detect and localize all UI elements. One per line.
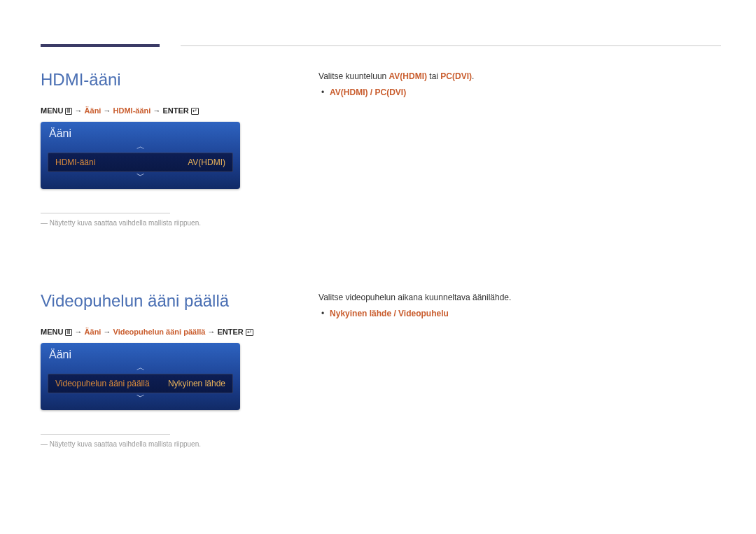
section1-description: Valitse kuunteluun AV(HDMI) tai PC(DVI). bbox=[318, 70, 721, 83]
section1-breadcrumb: MENU Ⅲ → Ääni → HDMI-ääni → ENTER ↵ bbox=[41, 106, 276, 115]
breadcrumb-arrow: → bbox=[103, 106, 111, 115]
section2-left-column: Videopuhelun ääni päällä MENU Ⅲ → Ääni →… bbox=[41, 291, 276, 448]
section-hdmi-audio: HDMI-ääni MENU Ⅲ → Ääni → HDMI-ääni → EN… bbox=[41, 70, 721, 227]
desc-suffix: . bbox=[472, 71, 474, 81]
osd-panel-2: Ääni ︿ Videopuhelun ääni päällä Nykyinen… bbox=[41, 343, 240, 410]
osd2-row-label: Videopuhelun ääni päällä bbox=[55, 379, 150, 388]
section1-left-column: HDMI-ääni MENU Ⅲ → Ääni → HDMI-ääni → EN… bbox=[41, 70, 276, 227]
chevron-down-icon[interactable]: ﹀ bbox=[48, 172, 233, 182]
breadcrumb-arrow: → bbox=[153, 106, 160, 115]
section1-right-column: Valitse kuunteluun AV(HDMI) tai PC(DVI).… bbox=[318, 70, 721, 227]
osd-panel-1: Ääni ︿ HDMI-ääni AV(HDMI) ﹀ bbox=[41, 122, 240, 189]
footnote-divider bbox=[41, 213, 170, 213]
enter-icon: ↵ bbox=[246, 329, 253, 336]
breadcrumb-menu: MENU bbox=[41, 106, 63, 115]
breadcrumb-enter: ENTER bbox=[218, 328, 244, 336]
bullet-options: Nykyinen lähde / Videopuhelu bbox=[330, 309, 449, 318]
desc-opt2: PC(DVI) bbox=[440, 71, 472, 81]
section2-description: Valitse videopuhelun aikana kuunneltava … bbox=[318, 291, 721, 304]
section2-title: Videopuhelun ääni päällä bbox=[41, 291, 276, 311]
osd1-row-label: HDMI-ääni bbox=[55, 157, 95, 167]
osd2-selected-row[interactable]: Videopuhelun ääni päällä Nykyinen lähde bbox=[48, 374, 233, 393]
desc-opt1: AV(HDMI) bbox=[389, 71, 427, 81]
osd2-row-value: Nykyinen lähde bbox=[168, 379, 225, 388]
header-divider bbox=[181, 45, 721, 46]
osd1-selected-row[interactable]: HDMI-ääni AV(HDMI) bbox=[48, 153, 233, 172]
section2-bullet: Nykyinen lähde / Videopuhelu bbox=[318, 309, 721, 318]
section1-title: HDMI-ääni bbox=[41, 70, 276, 90]
section2-breadcrumb: MENU Ⅲ → Ääni → Videopuhelun ääni päällä… bbox=[41, 328, 276, 336]
breadcrumb-arrow: → bbox=[75, 106, 83, 115]
desc-mid: tai bbox=[427, 71, 440, 81]
page-content: HDMI-ääni MENU Ⅲ → Ääni → HDMI-ääni → EN… bbox=[0, 0, 756, 476]
section-videocall-audio: Videopuhelun ääni päällä MENU Ⅲ → Ääni →… bbox=[41, 291, 721, 448]
breadcrumb-enter: ENTER bbox=[162, 106, 188, 115]
breadcrumb-menu: MENU bbox=[41, 328, 63, 336]
section2-footnote: ― Näytetty kuva saattaa vaihdella mallis… bbox=[41, 440, 276, 448]
breadcrumb-p2: HDMI-ääni bbox=[113, 106, 151, 115]
bullet-options: AV(HDMI) / PC(DVI) bbox=[330, 87, 406, 97]
desc-prefix: Valitse kuunteluun bbox=[318, 71, 389, 81]
section2-right-column: Valitse videopuhelun aikana kuunneltava … bbox=[318, 291, 721, 448]
chevron-down-icon[interactable]: ﹀ bbox=[48, 393, 233, 403]
section1-bullet: AV(HDMI) / PC(DVI) bbox=[318, 87, 721, 97]
enter-icon: ↵ bbox=[191, 108, 199, 115]
breadcrumb-arrow: → bbox=[207, 328, 215, 336]
section1-footnote: ― Näytetty kuva saattaa vaihdella mallis… bbox=[41, 219, 276, 227]
osd1-row-value: AV(HDMI) bbox=[188, 157, 225, 167]
menu-icon: Ⅲ bbox=[65, 329, 72, 336]
osd1-title: Ääni bbox=[48, 127, 233, 140]
breadcrumb-p1: Ääni bbox=[85, 106, 102, 115]
footnote-divider bbox=[41, 434, 170, 435]
breadcrumb-arrow: → bbox=[103, 328, 111, 336]
menu-icon: Ⅲ bbox=[65, 108, 72, 115]
breadcrumb-arrow: → bbox=[75, 328, 83, 336]
breadcrumb-p2: Videopuhelun ääni päällä bbox=[113, 328, 206, 336]
chevron-up-icon[interactable]: ︿ bbox=[48, 143, 233, 153]
osd2-title: Ääni bbox=[48, 349, 233, 361]
header-accent-bar bbox=[41, 44, 160, 47]
chevron-up-icon[interactable]: ︿ bbox=[48, 364, 233, 374]
breadcrumb-p1: Ääni bbox=[85, 328, 102, 336]
